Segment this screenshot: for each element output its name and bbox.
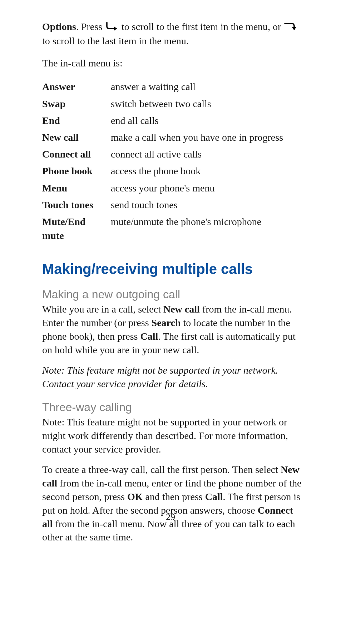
b: New call <box>163 304 200 315</box>
menu-term: End <box>42 112 111 129</box>
table-row: Connect allconnect all active calls <box>42 146 302 163</box>
new-call-paragraph: While you are in a call, select New call… <box>42 303 302 356</box>
b: OK <box>127 491 143 502</box>
scroll-up-icon <box>283 21 298 34</box>
intro-paragraph: Options. Press to scroll to the first it… <box>42 20 302 48</box>
menu-term: Mute/End mute <box>42 213 111 244</box>
menu-desc: end all calls <box>111 112 302 129</box>
section-heading: Making/receiving multiple calls <box>42 261 302 277</box>
menu-desc: send touch tones <box>111 196 302 213</box>
menu-term: Connect all <box>42 146 111 163</box>
table-row: Phone bookaccess the phone book <box>42 163 302 179</box>
menu-desc: answer a waiting call <box>111 78 302 95</box>
subheading-three-way: Three-way calling <box>42 401 302 414</box>
menu-term: Swap <box>42 95 111 112</box>
table-row: Answeranswer a waiting call <box>42 78 302 95</box>
intro-text-2: to scroll to the first item in the menu,… <box>122 21 283 32</box>
menu-term: Answer <box>42 78 111 95</box>
table-row: Menuaccess your phone's menu <box>42 180 302 196</box>
intro-text-1: . Press <box>76 21 105 32</box>
menu-desc: access your phone's menu <box>111 180 302 196</box>
b: Call <box>205 491 223 502</box>
menu-desc: switch between two calls <box>111 95 302 112</box>
subheading-new-call: Making a new outgoing call <box>42 288 302 301</box>
table-row: New callmake a call when you have one in… <box>42 129 302 146</box>
menu-desc: make a call when you have one in progres… <box>111 129 302 146</box>
b: Call <box>140 331 158 342</box>
three-way-paragraph: To create a three-way call, call the fir… <box>42 463 302 544</box>
incall-menu-intro: The in-call menu is: <box>42 56 302 70</box>
incall-menu-table: Answeranswer a waiting callSwapswitch be… <box>42 78 302 244</box>
menu-desc: mute/unmute the phone's microphone <box>111 213 302 244</box>
b: Search <box>152 317 181 328</box>
t: and then press <box>143 491 205 502</box>
menu-term: Phone book <box>42 163 111 179</box>
table-row: Endend all calls <box>42 112 302 129</box>
options-label: Options <box>42 21 76 32</box>
menu-term: Menu <box>42 180 111 196</box>
page: Options. Press to scroll to the first it… <box>0 0 341 644</box>
three-way-note: Note: This feature might not be supporte… <box>42 415 302 456</box>
page-number: 29 <box>0 512 341 523</box>
menu-desc: access the phone book <box>111 163 302 179</box>
new-call-note: Note: This feature might not be supporte… <box>42 364 302 391</box>
scroll-down-icon <box>105 21 119 34</box>
svg-marker-0 <box>292 27 296 30</box>
menu-term: New call <box>42 129 111 146</box>
menu-term: Touch tones <box>42 196 111 213</box>
table-row: Touch tonessend touch tones <box>42 196 302 213</box>
intro-text-3: to scroll to the last item in the menu. <box>42 35 189 46</box>
table-row: Mute/End mutemute/unmute the phone's mic… <box>42 213 302 244</box>
t: To create a three-way call, call the fir… <box>42 464 281 475</box>
table-row: Swapswitch between two calls <box>42 95 302 112</box>
t: While you are in a call, select <box>42 304 163 315</box>
menu-desc: connect all active calls <box>111 146 302 163</box>
